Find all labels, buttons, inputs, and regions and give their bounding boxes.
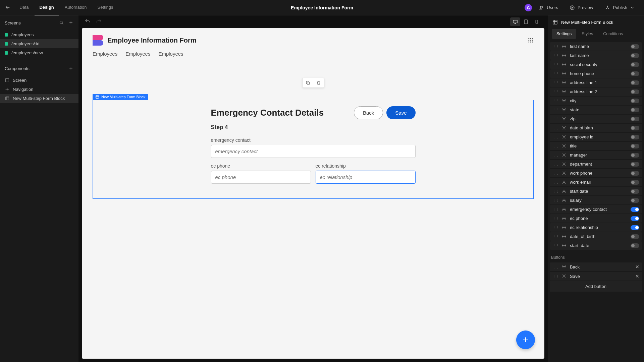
field-row[interactable]: ⋮⋮start_date [550,241,642,250]
field-row[interactable]: ⋮⋮ec phone [550,214,642,223]
drag-icon[interactable]: ⋮⋮ [552,235,559,238]
canvas-tab[interactable]: Employees [125,51,150,57]
form-block[interactable]: Emergency Contact Details Back Save Step… [93,100,534,199]
gear-icon[interactable] [562,44,567,49]
add-button[interactable]: Add button [550,281,642,292]
remove-icon[interactable]: ✕ [635,274,639,279]
field-toggle[interactable] [631,117,639,121]
gear-icon[interactable] [562,126,567,130]
rp-tab-styles[interactable]: Styles [577,29,598,39]
field-toggle[interactable] [631,207,639,212]
field-row[interactable]: ⋮⋮date of birth [550,124,642,132]
ec-relationship-input[interactable] [316,171,416,184]
field-toggle[interactable] [631,171,639,176]
gear-icon[interactable] [562,243,567,248]
canvas[interactable]: Employee Information Form EmployeesEmplo… [82,28,544,359]
drag-icon[interactable]: ⋮⋮ [552,117,559,121]
drag-icon[interactable]: ⋮⋮ [552,180,559,184]
delete-button[interactable] [313,78,324,87]
field-row[interactable]: ⋮⋮last name [550,51,642,60]
gear-icon[interactable] [562,180,567,185]
field-toggle[interactable] [631,225,639,230]
duplicate-button[interactable] [303,78,313,87]
search-icon[interactable] [59,20,64,25]
gear-icon[interactable] [562,99,567,103]
rp-tab-settings[interactable]: Settings [552,29,576,39]
field-row[interactable]: ⋮⋮department [550,160,642,168]
gear-icon[interactable] [562,62,567,67]
save-button[interactable]: Save [386,106,415,119]
gear-icon[interactable] [562,264,567,269]
gear-icon[interactable] [562,53,567,58]
drag-icon[interactable]: ⋮⋮ [552,54,559,57]
field-toggle[interactable] [631,135,639,139]
drag-icon[interactable]: ⋮⋮ [552,162,559,166]
field-row[interactable]: ⋮⋮work phone [550,169,642,177]
field-toggle[interactable] [631,71,639,76]
screen-item[interactable]: /employees/:id [0,39,78,48]
gear-icon[interactable] [562,80,567,85]
field-row[interactable]: ⋮⋮manager [550,151,642,159]
device-mobile-button[interactable] [532,17,542,26]
field-row[interactable]: ⋮⋮state [550,106,642,114]
drag-icon[interactable]: ⋮⋮ [552,108,559,112]
field-row[interactable]: ⋮⋮zip [550,115,642,123]
field-toggle[interactable] [631,189,639,194]
canvas-tab[interactable]: Employees [93,51,117,57]
drag-icon[interactable]: ⋮⋮ [552,72,559,75]
field-toggle[interactable] [631,99,639,103]
emergency-contact-input[interactable] [211,145,416,158]
add-screen-icon[interactable] [68,20,74,25]
field-row[interactable]: ⋮⋮city [550,97,642,105]
gear-icon[interactable] [562,153,567,158]
gear-icon[interactable] [562,89,567,94]
field-toggle[interactable] [631,234,639,239]
component-item[interactable]: Screen [0,76,78,85]
drag-icon[interactable]: ⋮⋮ [552,126,559,130]
remove-icon[interactable]: ✕ [635,264,639,269]
gear-icon[interactable] [562,162,567,167]
field-toggle[interactable] [631,53,639,58]
nav-tab-settings[interactable]: Settings [93,0,118,15]
field-toggle[interactable] [631,162,639,167]
drag-icon[interactable]: ⋮⋮ [552,207,559,211]
drag-icon[interactable]: ⋮⋮ [552,135,559,139]
screen-item[interactable]: /employees [0,30,78,39]
drag-icon[interactable]: ⋮⋮ [552,144,559,148]
gear-icon[interactable] [562,189,567,194]
gear-icon[interactable] [562,144,567,148]
device-desktop-button[interactable] [510,17,520,26]
nav-tab-automation[interactable]: Automation [60,0,92,15]
avatar[interactable]: G [525,4,532,11]
field-toggle[interactable] [631,144,639,148]
gear-icon[interactable] [562,171,567,176]
field-row[interactable]: ⋮⋮emergency contact [550,205,642,214]
button-row[interactable]: ⋮⋮Save✕ [550,272,642,281]
field-row[interactable]: ⋮⋮social security [550,60,642,69]
gear-icon[interactable] [562,117,567,121]
field-row[interactable]: ⋮⋮date_of_birth [550,232,642,241]
add-fab[interactable]: + [516,330,535,349]
drag-icon[interactable]: ⋮⋮ [552,265,559,269]
field-row[interactable]: ⋮⋮employee id [550,133,642,141]
field-toggle[interactable] [631,108,639,112]
gear-icon[interactable] [562,71,567,76]
drag-icon[interactable]: ⋮⋮ [552,90,559,94]
field-row[interactable]: ⋮⋮ec relationship [550,223,642,232]
field-toggle[interactable] [631,80,639,85]
add-component-icon[interactable] [68,66,74,71]
screen-item[interactable]: /employees/new [0,48,78,57]
rp-tab-conditions[interactable]: Conditions [598,29,628,39]
component-item[interactable]: Navigation [0,85,78,94]
gear-icon[interactable] [562,225,567,230]
users-button[interactable]: Users [534,0,563,15]
field-toggle[interactable] [631,243,639,248]
drag-icon[interactable]: ⋮⋮ [552,99,559,103]
field-row[interactable]: ⋮⋮salary [550,196,642,204]
field-row[interactable]: ⋮⋮title [550,142,642,150]
drag-icon[interactable]: ⋮⋮ [552,244,559,247]
back-button[interactable]: Back [354,106,383,119]
gear-icon[interactable] [562,207,567,212]
nav-tab-data[interactable]: Data [15,0,33,15]
gear-icon[interactable] [562,234,567,239]
